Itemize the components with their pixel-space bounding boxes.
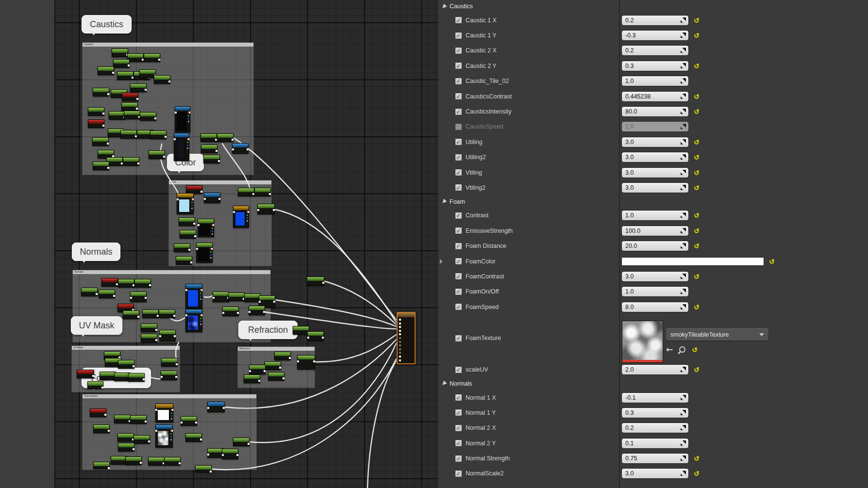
output-pin[interactable] bbox=[136, 98, 138, 100]
material-node[interactable] bbox=[93, 424, 110, 433]
material-node[interactable] bbox=[185, 284, 202, 309]
material-node[interactable] bbox=[181, 416, 197, 426]
output-pin[interactable] bbox=[193, 223, 195, 225]
value-field-normal-1-y[interactable]: 0.3 bbox=[621, 407, 689, 418]
foamtexture-asset-dropdown[interactable]: smokyTileableTexture bbox=[666, 328, 768, 341]
checkbox-foamspeed[interactable]: ✓ bbox=[455, 303, 462, 310]
output-pin[interactable] bbox=[137, 163, 139, 164]
material-node[interactable] bbox=[88, 107, 104, 116]
material-node[interactable] bbox=[93, 462, 110, 469]
output-pin[interactable] bbox=[237, 312, 239, 314]
material-node[interactable] bbox=[124, 111, 140, 119]
channel-pin[interactable] bbox=[210, 248, 212, 250]
output-pin[interactable] bbox=[218, 198, 220, 200]
output-pin[interactable] bbox=[269, 193, 271, 195]
reset-to-default-icon[interactable]: ↺ bbox=[694, 154, 700, 161]
reset-to-default-icon[interactable]: ↺ bbox=[694, 184, 700, 191]
value-field-causticscontrast[interactable]: 0.445238 bbox=[621, 91, 689, 102]
output-pin[interactable] bbox=[148, 440, 150, 442]
channel-pin[interactable] bbox=[212, 230, 213, 232]
value-field-foamspeed[interactable]: 8.0 bbox=[621, 302, 689, 312]
checkbox-caustic-1-x[interactable]: ✓ bbox=[455, 16, 462, 24]
channel-pin[interactable] bbox=[171, 412, 172, 414]
output-pin[interactable] bbox=[218, 160, 220, 162]
material-node[interactable] bbox=[164, 457, 181, 466]
material-node[interactable] bbox=[149, 150, 165, 159]
reset-to-default-icon[interactable]: ↺ bbox=[694, 243, 700, 249]
checkbox-utiling2[interactable]: ✓ bbox=[455, 154, 462, 161]
output-pin[interactable] bbox=[273, 301, 275, 303]
output-pin[interactable] bbox=[258, 380, 260, 382]
channel-pin[interactable] bbox=[170, 430, 172, 432]
material-node[interactable] bbox=[213, 292, 229, 302]
material-input-pin[interactable] bbox=[399, 326, 401, 328]
material-node[interactable] bbox=[307, 277, 324, 286]
output-pin[interactable] bbox=[174, 335, 176, 337]
output-pin[interactable] bbox=[200, 439, 202, 440]
material-node[interactable] bbox=[257, 204, 275, 214]
reset-to-default-icon[interactable]: ↺ bbox=[694, 212, 700, 219]
material-node[interactable] bbox=[254, 188, 271, 196]
material-node[interactable] bbox=[98, 66, 114, 75]
material-node[interactable] bbox=[217, 133, 234, 142]
channel-pin[interactable] bbox=[187, 147, 188, 149]
output-pin[interactable] bbox=[136, 108, 138, 110]
output-pin[interactable] bbox=[145, 297, 147, 299]
output-pin[interactable] bbox=[104, 414, 106, 416]
channel-pin[interactable] bbox=[212, 228, 213, 229]
input-pin[interactable] bbox=[207, 407, 209, 409]
output-pin[interactable] bbox=[283, 377, 284, 379]
material-output-node[interactable] bbox=[397, 312, 416, 364]
material-node[interactable] bbox=[232, 143, 249, 154]
checkbox-caustic-2-x[interactable]: ✓ bbox=[455, 47, 462, 54]
value-field-caustic-2-y[interactable]: 0.3 bbox=[621, 61, 689, 71]
reset-to-default-icon[interactable]: ↺ bbox=[694, 17, 700, 24]
checkbox-caustic-tile-02[interactable]: ✓ bbox=[455, 78, 462, 85]
channel-pin[interactable] bbox=[171, 415, 172, 417]
value-field-normal-2-y[interactable]: 0.1 bbox=[621, 438, 689, 449]
output-pin[interactable] bbox=[102, 113, 104, 114]
output-pin[interactable] bbox=[133, 365, 134, 367]
reset-to-default-icon[interactable]: ↺ bbox=[692, 346, 698, 353]
input-pin[interactable] bbox=[222, 312, 224, 314]
input-pin[interactable] bbox=[297, 360, 299, 362]
material-node[interactable] bbox=[130, 292, 147, 302]
value-field-emissivestrength[interactable]: 100.0 bbox=[621, 226, 689, 236]
material-node[interactable] bbox=[90, 408, 106, 417]
channel-pin[interactable] bbox=[191, 199, 193, 200]
channel-pin[interactable] bbox=[200, 324, 201, 325]
material-node[interactable] bbox=[207, 402, 225, 412]
material-node[interactable] bbox=[113, 59, 130, 68]
comment-bubble-uv-mask[interactable]: UV Mask bbox=[71, 316, 122, 335]
foamtexture-thumbnail[interactable] bbox=[622, 321, 663, 363]
input-pin[interactable] bbox=[213, 297, 215, 299]
checkbox-causticsintensity[interactable]: ✓ bbox=[455, 108, 462, 115]
material-node[interactable] bbox=[185, 433, 202, 442]
input-pin[interactable] bbox=[222, 454, 224, 456]
material-node[interactable] bbox=[100, 372, 116, 380]
output-pin[interactable] bbox=[92, 375, 94, 377]
comment-bubble-refraction[interactable]: Refraction bbox=[238, 321, 298, 339]
material-node[interactable] bbox=[177, 193, 194, 214]
channel-pin[interactable] bbox=[210, 254, 212, 256]
output-pin[interactable] bbox=[112, 72, 114, 74]
output-pin[interactable] bbox=[264, 370, 266, 372]
checkbox-normal-2-x[interactable]: ✓ bbox=[455, 424, 462, 432]
value-field-normalscale2[interactable]: 3.0 bbox=[621, 468, 689, 479]
value-field-normal-1-x[interactable]: -0.1 bbox=[621, 392, 689, 403]
material-node[interactable] bbox=[200, 133, 217, 142]
material-node[interactable] bbox=[114, 415, 131, 423]
reset-to-default-icon[interactable]: ↺ bbox=[769, 258, 775, 265]
reset-to-default-icon[interactable]: ↺ bbox=[694, 273, 700, 280]
material-node[interactable] bbox=[118, 360, 134, 369]
material-node[interactable] bbox=[111, 456, 127, 465]
reset-to-default-icon[interactable]: ↺ bbox=[694, 108, 700, 115]
output-pin[interactable] bbox=[108, 430, 110, 432]
channel-pin[interactable] bbox=[212, 225, 213, 226]
checkbox-foamon-off[interactable]: ✓ bbox=[455, 288, 462, 295]
value-field-foamcontrast[interactable]: 3.0 bbox=[621, 271, 689, 282]
checkbox-emissivestrength[interactable]: ✓ bbox=[455, 227, 462, 234]
material-node[interactable] bbox=[297, 355, 315, 370]
material-node[interactable] bbox=[128, 373, 145, 382]
channel-pin[interactable] bbox=[188, 121, 189, 122]
